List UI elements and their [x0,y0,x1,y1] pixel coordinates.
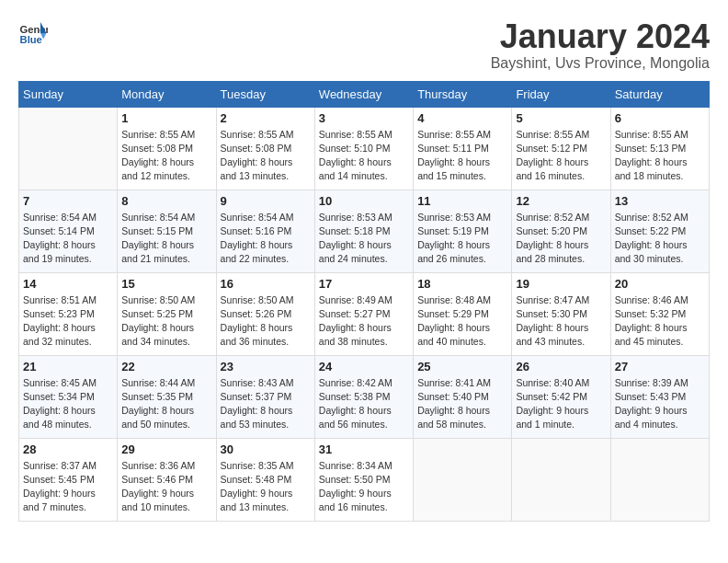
day-number: 4 [417,111,507,125]
day-info: Sunrise: 8:46 AM Sunset: 5:32 PM Dayligh… [615,293,705,350]
calendar-cell: 5Sunrise: 8:55 AM Sunset: 5:12 PM Daylig… [512,107,610,190]
day-info: Sunrise: 8:55 AM Sunset: 5:10 PM Dayligh… [319,128,409,184]
calendar-week-row: 28Sunrise: 8:37 AM Sunset: 5:45 PM Dayli… [19,438,710,521]
calendar-cell: 24Sunrise: 8:42 AM Sunset: 5:38 PM Dayli… [314,355,413,438]
calendar-cell: 26Sunrise: 8:40 AM Sunset: 5:42 PM Dayli… [512,355,610,438]
day-info: Sunrise: 8:50 AM Sunset: 5:26 PM Dayligh… [221,293,311,350]
calendar-cell: 9Sunrise: 8:54 AM Sunset: 5:16 PM Daylig… [216,190,314,272]
calendar-cell: 20Sunrise: 8:46 AM Sunset: 5:32 PM Dayli… [610,272,709,355]
weekday-header: Monday [118,81,216,107]
calendar-cell: 17Sunrise: 8:49 AM Sunset: 5:27 PM Dayli… [314,272,413,355]
day-number: 3 [319,111,409,125]
header: General Blue January 2024 Bayshint, Uvs … [18,18,710,72]
day-info: Sunrise: 8:42 AM Sunset: 5:38 PM Dayligh… [319,376,409,432]
day-number: 15 [121,277,211,291]
day-info: Sunrise: 8:43 AM Sunset: 5:37 PM Dayligh… [221,376,311,432]
calendar-cell [610,438,709,521]
day-info: Sunrise: 8:49 AM Sunset: 5:27 PM Dayligh… [319,293,409,350]
calendar-cell: 12Sunrise: 8:52 AM Sunset: 5:20 PM Dayli… [512,190,610,272]
day-number: 30 [221,442,311,456]
weekday-header: Wednesday [314,81,413,107]
calendar-cell: 10Sunrise: 8:53 AM Sunset: 5:18 PM Dayli… [314,190,413,272]
day-info: Sunrise: 8:48 AM Sunset: 5:29 PM Dayligh… [417,293,507,350]
day-info: Sunrise: 8:51 AM Sunset: 5:23 PM Dayligh… [23,293,113,350]
day-number: 17 [319,277,409,291]
calendar-cell: 3Sunrise: 8:55 AM Sunset: 5:10 PM Daylig… [314,107,413,190]
svg-text:Blue: Blue [20,34,42,45]
weekday-header: Thursday [414,81,512,107]
calendar-cell [414,438,512,521]
calendar-title: January 2024 [491,18,710,55]
day-number: 10 [319,194,409,208]
calendar-cell [512,438,610,521]
day-info: Sunrise: 8:53 AM Sunset: 5:19 PM Dayligh… [417,211,507,267]
day-number: 18 [417,277,507,291]
day-info: Sunrise: 8:54 AM Sunset: 5:14 PM Dayligh… [23,211,113,267]
day-number: 29 [121,442,211,456]
day-info: Sunrise: 8:50 AM Sunset: 5:25 PM Dayligh… [121,293,211,350]
day-number: 24 [319,360,409,373]
day-number: 5 [516,111,606,125]
calendar-cell: 7Sunrise: 8:54 AM Sunset: 5:14 PM Daylig… [19,190,118,272]
title-block: January 2024 Bayshint, Uvs Province, Mon… [491,18,710,72]
day-info: Sunrise: 8:55 AM Sunset: 5:08 PM Dayligh… [221,128,311,184]
calendar-cell: 15Sunrise: 8:50 AM Sunset: 5:25 PM Dayli… [118,272,216,355]
day-info: Sunrise: 8:34 AM Sunset: 5:50 PM Dayligh… [319,459,409,515]
day-info: Sunrise: 8:47 AM Sunset: 5:30 PM Dayligh… [516,293,606,350]
day-number: 12 [516,194,606,208]
day-info: Sunrise: 8:40 AM Sunset: 5:42 PM Dayligh… [516,376,606,432]
day-info: Sunrise: 8:52 AM Sunset: 5:20 PM Dayligh… [516,211,606,267]
day-number: 27 [615,360,705,373]
logo: General Blue [18,18,48,48]
calendar-cell: 18Sunrise: 8:48 AM Sunset: 5:29 PM Dayli… [414,272,512,355]
day-info: Sunrise: 8:45 AM Sunset: 5:34 PM Dayligh… [23,376,113,432]
day-info: Sunrise: 8:54 AM Sunset: 5:15 PM Dayligh… [121,211,211,267]
calendar-week-row: 14Sunrise: 8:51 AM Sunset: 5:23 PM Dayli… [19,272,710,355]
day-info: Sunrise: 8:54 AM Sunset: 5:16 PM Dayligh… [221,211,311,267]
day-info: Sunrise: 8:52 AM Sunset: 5:22 PM Dayligh… [615,211,705,267]
calendar-cell: 23Sunrise: 8:43 AM Sunset: 5:37 PM Dayli… [216,355,314,438]
calendar-cell: 22Sunrise: 8:44 AM Sunset: 5:35 PM Dayli… [118,355,216,438]
day-info: Sunrise: 8:41 AM Sunset: 5:40 PM Dayligh… [417,376,507,432]
day-info: Sunrise: 8:44 AM Sunset: 5:35 PM Dayligh… [121,376,211,432]
day-number: 20 [615,277,705,291]
weekday-header: Saturday [610,81,709,107]
calendar-cell: 19Sunrise: 8:47 AM Sunset: 5:30 PM Dayli… [512,272,610,355]
day-info: Sunrise: 8:37 AM Sunset: 5:45 PM Dayligh… [23,459,113,515]
weekday-header-row: SundayMondayTuesdayWednesdayThursdayFrid… [19,81,710,107]
calendar-cell: 27Sunrise: 8:39 AM Sunset: 5:43 PM Dayli… [610,355,709,438]
day-number: 16 [221,277,311,291]
calendar-cell: 8Sunrise: 8:54 AM Sunset: 5:15 PM Daylig… [118,190,216,272]
day-info: Sunrise: 8:55 AM Sunset: 5:08 PM Dayligh… [121,128,211,184]
calendar-table: SundayMondayTuesdayWednesdayThursdayFrid… [18,81,710,522]
day-number: 14 [23,277,113,291]
weekday-header: Tuesday [216,81,314,107]
weekday-header: Sunday [19,81,118,107]
day-info: Sunrise: 8:39 AM Sunset: 5:43 PM Dayligh… [615,376,705,432]
day-number: 25 [417,360,507,373]
day-number: 2 [221,111,311,125]
logo-icon: General Blue [18,18,48,48]
weekday-header: Friday [512,81,610,107]
calendar-cell: 6Sunrise: 8:55 AM Sunset: 5:13 PM Daylig… [610,107,709,190]
day-number: 26 [516,360,606,373]
day-number: 19 [516,277,606,291]
calendar-week-row: 7Sunrise: 8:54 AM Sunset: 5:14 PM Daylig… [19,190,710,272]
calendar-cell: 16Sunrise: 8:50 AM Sunset: 5:26 PM Dayli… [216,272,314,355]
calendar-cell: 28Sunrise: 8:37 AM Sunset: 5:45 PM Dayli… [19,438,118,521]
calendar-week-row: 1Sunrise: 8:55 AM Sunset: 5:08 PM Daylig… [19,107,710,190]
day-info: Sunrise: 8:55 AM Sunset: 5:12 PM Dayligh… [516,128,606,184]
day-info: Sunrise: 8:36 AM Sunset: 5:46 PM Dayligh… [121,459,211,515]
day-number: 6 [615,111,705,125]
calendar-subtitle: Bayshint, Uvs Province, Mongolia [491,55,710,72]
calendar-cell: 1Sunrise: 8:55 AM Sunset: 5:08 PM Daylig… [118,107,216,190]
day-number: 7 [23,194,113,208]
day-number: 11 [417,194,507,208]
day-number: 23 [221,360,311,373]
day-number: 9 [221,194,311,208]
calendar-cell: 11Sunrise: 8:53 AM Sunset: 5:19 PM Dayli… [414,190,512,272]
calendar-cell: 21Sunrise: 8:45 AM Sunset: 5:34 PM Dayli… [19,355,118,438]
calendar-cell: 30Sunrise: 8:35 AM Sunset: 5:48 PM Dayli… [216,438,314,521]
calendar-cell: 29Sunrise: 8:36 AM Sunset: 5:46 PM Dayli… [118,438,216,521]
day-number: 28 [23,442,113,456]
